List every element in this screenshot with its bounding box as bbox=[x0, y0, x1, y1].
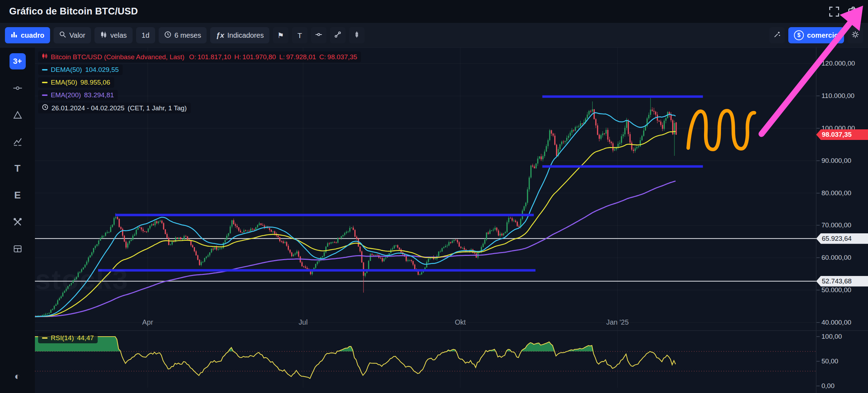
fork-icon bbox=[334, 31, 341, 40]
dema-legend-row[interactable]: DEMA(50) 104.029,55 bbox=[38, 65, 123, 75]
dema-label: DEMA(50) bbox=[51, 66, 82, 74]
rsi-value: 44,47 bbox=[77, 334, 94, 342]
date-range-row[interactable]: 26.01.2024 - 04.02.2025 (CET, 1 Jahr, 1 … bbox=[38, 103, 191, 113]
indicators-button[interactable]: ƒx Indicadores bbox=[210, 27, 269, 43]
cursor-tool-icon[interactable] bbox=[10, 80, 26, 96]
drawing-sidebar: 3+ T E ◐ bbox=[0, 48, 35, 393]
ema200-line[interactable] bbox=[35, 181, 676, 317]
wand-icon bbox=[774, 31, 781, 40]
stock3-logo[interactable]: 3+ bbox=[10, 53, 26, 69]
rsi-legend: RSI(14) 44,47 bbox=[38, 333, 98, 343]
fullscreen-icon[interactable] bbox=[829, 6, 840, 17]
ema50-label: EMA(50) bbox=[51, 79, 77, 86]
line-dot-icon bbox=[315, 31, 322, 40]
gear-icon bbox=[851, 31, 859, 40]
dema-swatch-icon bbox=[42, 69, 48, 70]
trade-button[interactable]: $ comercio bbox=[788, 27, 844, 43]
ema50-value: 98.955,06 bbox=[80, 79, 110, 86]
chart-type-button[interactable]: cuadro bbox=[5, 27, 50, 43]
rsi-overbought-fill bbox=[35, 337, 676, 379]
symbol-search-label: Valor bbox=[69, 31, 85, 39]
price-axis[interactable] bbox=[816, 48, 868, 331]
edit-tool-icon[interactable]: E bbox=[10, 187, 26, 203]
white-level-lines[interactable] bbox=[35, 239, 816, 281]
blue-trendlines[interactable] bbox=[98, 97, 703, 270]
ema200-label: EMA(200) bbox=[51, 91, 81, 99]
symbol-search-button[interactable]: Valor bbox=[54, 27, 91, 43]
snapshot-icon[interactable] bbox=[848, 6, 859, 17]
text-template-button[interactable]: T bbox=[292, 27, 307, 43]
ema200-value: 83.294,81 bbox=[84, 91, 114, 99]
trendline-tool-icon[interactable] bbox=[10, 134, 26, 150]
ema50-line[interactable] bbox=[35, 131, 676, 317]
bar-chart-icon bbox=[11, 31, 18, 40]
compare-button[interactable] bbox=[330, 27, 346, 43]
price-line-button[interactable] bbox=[311, 27, 326, 43]
date-range-detail: (CET, 1 Jahr, 1 Tag) bbox=[128, 104, 187, 112]
rsi-legend-row[interactable]: RSI(14) 44,47 bbox=[38, 333, 98, 343]
settings-button[interactable] bbox=[848, 27, 863, 43]
chart-type-label: cuadro bbox=[21, 31, 44, 39]
theme-toggle-icon[interactable]: ◐ bbox=[10, 368, 26, 385]
candles-icon bbox=[100, 31, 107, 40]
candle-style-button[interactable]: velas bbox=[94, 27, 133, 43]
watermark: stock3 bbox=[35, 264, 129, 296]
layout-icon[interactable] bbox=[10, 241, 26, 257]
time-axis[interactable] bbox=[35, 317, 816, 330]
text-tool-icon[interactable]: T bbox=[10, 160, 26, 177]
clock-range-icon bbox=[42, 104, 48, 112]
candle-pattern-icon bbox=[353, 31, 360, 40]
clock-icon bbox=[164, 31, 171, 40]
interval-label: 1d bbox=[142, 31, 149, 39]
date-range-text: 26.01.2024 - 04.02.2025 bbox=[51, 104, 124, 112]
indicators-label: Indicadores bbox=[227, 31, 264, 39]
symbol-name: Bitcoin BTC/USD (Coinbase Advanced, Last… bbox=[51, 53, 184, 61]
page-title: Gráfico de Bitcoin BTC/USD bbox=[9, 6, 138, 17]
shapes-tool-icon[interactable] bbox=[10, 107, 26, 123]
rsi-label: RSI(14) bbox=[51, 334, 74, 342]
magic-button[interactable] bbox=[769, 27, 785, 43]
range-button[interactable]: 6 meses bbox=[159, 27, 207, 43]
pattern-button[interactable] bbox=[349, 27, 365, 43]
candle-series-icon bbox=[42, 53, 48, 61]
candle-style-label: velas bbox=[110, 31, 127, 39]
interval-button[interactable]: 1d bbox=[136, 27, 155, 43]
search-icon bbox=[59, 31, 66, 40]
rsi-line[interactable] bbox=[35, 337, 676, 379]
ohlc-values: O:101.817,10 H:101.970,80 L:97.928,01 C:… bbox=[188, 53, 357, 61]
fx-icon: ƒx bbox=[216, 31, 224, 39]
bookmark-button[interactable]: ⚑ bbox=[273, 27, 288, 43]
text-icon: T bbox=[298, 32, 302, 39]
ema50-swatch-icon bbox=[42, 82, 48, 83]
title-bar: Gráfico de Bitcoin BTC/USD bbox=[0, 0, 868, 23]
trade-label: comercio bbox=[807, 31, 838, 39]
symbol-legend-row[interactable]: Bitcoin BTC/USD (Coinbase Advanced, Last… bbox=[38, 51, 361, 62]
dema-value: 104.029,55 bbox=[85, 66, 119, 74]
dollar-icon: $ bbox=[794, 30, 804, 40]
range-label: 6 meses bbox=[175, 31, 201, 39]
chart-legend: Bitcoin BTC/USD (Coinbase Advanced, Last… bbox=[38, 51, 361, 116]
bookmark-icon: ⚑ bbox=[277, 32, 284, 39]
rsi-swatch-icon bbox=[42, 337, 48, 339]
ema200-legend-row[interactable]: EMA(200) 83.294,81 bbox=[38, 90, 118, 100]
ema200-swatch-icon bbox=[42, 94, 48, 96]
ema50-legend-row[interactable]: EMA(50) 98.955,06 bbox=[38, 77, 114, 88]
toolbar: cuadro Valor velas 1d 6 meses ƒx bbox=[0, 23, 868, 48]
tools-icon[interactable] bbox=[10, 214, 26, 230]
candles-series bbox=[35, 98, 677, 317]
